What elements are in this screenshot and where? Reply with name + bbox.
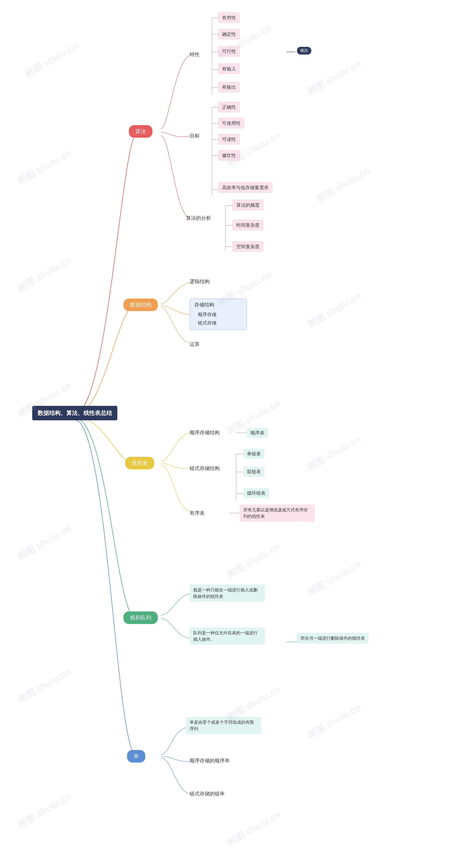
l3-shunxubiao: 顺序表	[247, 428, 268, 438]
l2-texing: 特性	[190, 51, 200, 58]
l2-mubiao: 目标	[190, 132, 200, 139]
l3-kexingxing: 可行性	[218, 46, 240, 57]
l2-duilie-desc: 队列是一种仅允许在表的一端进行插入操作,	[190, 627, 265, 645]
l1-zhanduilie: 栈和队列	[123, 612, 158, 624]
l3-jianzhuangxing: 健壮性	[218, 150, 240, 160]
l3-shijian: 时间复杂度	[233, 220, 263, 230]
l3-youshuru: 有输入	[218, 64, 240, 74]
l3-kongjian: 空间复杂度	[233, 241, 263, 252]
l2-shunxu-cunchujiegou: 顺序存储结构	[190, 429, 220, 436]
l2-zhan-desc: 栈是一种只能在一端进行插入或删除操作的线性表	[190, 585, 265, 602]
l3-keduxing: 可读性	[218, 134, 240, 145]
l2-fenxi: 算法的分析	[186, 215, 211, 221]
l2-yunsuan: 运算	[190, 341, 200, 347]
l1-shujujiegou: 数据结构	[123, 299, 158, 311]
l2-duilie-extdesc: 而在另一端进行删除操作的线性表	[297, 633, 369, 644]
l3-youshuchu: 有输出	[218, 82, 240, 92]
l2-cunchu: 存储结构	[194, 302, 242, 308]
l3-zhengquexing: 正确性	[218, 102, 240, 112]
l3-shuanglianbiao: 双链表	[243, 467, 264, 477]
l2-lianshichuan: 链式存储的链串	[190, 790, 225, 797]
l2-shunxuchuan: 顺序存储的顺序串	[190, 757, 230, 764]
l1-chuan: 串	[127, 750, 145, 763]
l3-gaoxiaolv: 高效率与低存储量需求	[218, 182, 272, 193]
l3-huanlianbiao: 循环链表	[243, 488, 269, 498]
l1-xianxingbiao: 线性表	[125, 457, 154, 469]
l2-lianshi-cunchujiegou: 链式存储结构	[190, 465, 220, 472]
l2-chuan-def: 串是由零个或多个字符组成的有限序列	[186, 717, 261, 734]
l3-lianshi-cunchu: 链式存储	[198, 319, 242, 327]
l3-danlianbiao: 单链表	[243, 449, 264, 459]
tag-gaijua: 概括	[297, 47, 311, 55]
l2-youxubiao: 有序表	[190, 509, 205, 517]
l3-keyongxing: 可使用性	[218, 118, 245, 128]
l3-pindu: 算法的频度	[233, 200, 263, 210]
l3-shunxu-cunchu: 顺序存储	[198, 310, 242, 319]
l2-luoji: 逻辑结构	[190, 278, 210, 285]
l3-youxubiao-desc: 所有元素以递增或递减方式有序排列的线性表	[240, 504, 315, 522]
storage-dashed-container: 存储结构 顺序存储 链式存储	[190, 299, 247, 330]
l3-youqiongxing: 有穷性	[218, 12, 240, 23]
root-node: 数据结构、算法、线性表总结	[32, 406, 117, 420]
cunchu-children: 顺序存储 链式存储	[198, 310, 242, 327]
l3-quedingxing: 确定性	[218, 29, 240, 39]
l1-suanfa: 算法	[129, 125, 152, 138]
